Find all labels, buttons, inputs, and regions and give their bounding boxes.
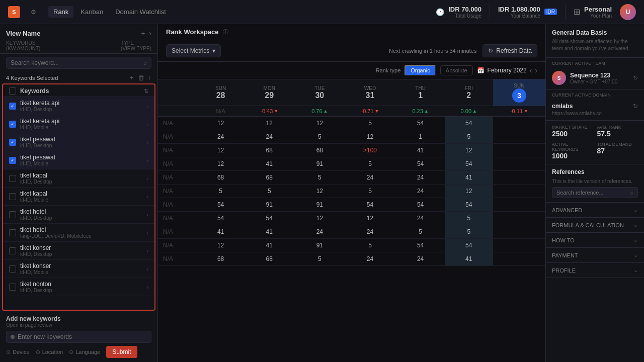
kw-row[interactable]: tiket hotel id-ID, Desktop › [3,206,154,224]
kw-info: tiket pesawat id-ID, Desktop [20,136,146,148]
kw-row[interactable]: tiket hotel lang-LOC, DevId-ID, MobileIe… [3,224,154,242]
rank-type-bar: Rank type Organic Absolute 📅 February 20… [158,62,545,79]
location-option[interactable]: ⊙ Location [36,349,63,355]
nav-rank[interactable]: Rank [48,6,73,18]
plan-sub: Your Plan [590,13,612,19]
kw-checkbox[interactable] [9,193,16,200]
date-nav: 📅 February 2022 ‹ › [477,66,537,74]
td-cell: 5 [396,225,445,239]
kw-chevron-icon: › [146,230,148,236]
td-cell: 24 [344,171,396,185]
kw-chevron-icon: › [146,139,148,145]
settings-icon[interactable]: ⚙ [28,7,38,17]
kw-checkbox[interactable] [9,103,16,110]
accordion-item[interactable]: HOW TO ⌄ [546,233,644,248]
kw-row[interactable]: tiket nonton id-ID, Desktop › [3,278,154,296]
user-avatar[interactable]: U [620,4,636,20]
refs-search-input[interactable] [556,190,630,196]
domain-block: cmlabs ↻ https://www.cmlabs.co [546,99,644,121]
kw-row[interactable]: tiket kapal id-ID, Desktop › [3,169,154,188]
language-option[interactable]: ⊙ Language [69,349,100,355]
td-na: N/A [158,252,198,266]
kw-row[interactable]: tiket pesawat id-ID, Mobile › [3,151,154,169]
nav-next-button[interactable]: › [149,29,151,37]
kw-chevron-icon: › [146,157,148,163]
refresh-icon: ↻ [488,47,493,54]
kw-row[interactable]: tiket konser id-ID, Mobile › [3,260,154,278]
kw-meta: id-ID, Desktop [20,179,146,185]
kw-row[interactable]: tiket konser id-ID, Desktop › [3,242,154,260]
kw-checkbox[interactable] [9,284,16,291]
th-day: TUE30 [295,79,344,106]
domain-url: https://www.cmlabs.co [552,111,638,116]
kw-checkbox[interactable] [9,157,16,164]
td-cell: 54 [396,239,445,252]
nav-domain-watchlist[interactable]: Domain Watchlist [110,6,171,18]
kw-row[interactable]: tiket pesawat id-ID, Desktop › [3,133,154,151]
add-selected-button[interactable]: + [130,74,134,81]
td-cell: 91 [295,198,344,212]
organic-button[interactable]: Organic [405,65,436,76]
add-view-button[interactable]: + [141,29,145,37]
kw-header-label: Keywords [20,87,144,95]
td-cell: 24 [396,252,445,266]
td-change: -0.11 ▼ [493,106,545,117]
td-na: N/A [158,171,198,185]
refs-search-icon: ⌕ [630,190,633,196]
kw-checkbox[interactable] [9,121,16,128]
td-cell: >100 [344,144,396,157]
td-change: 0.23 ▲ [396,106,445,117]
accordion-item[interactable]: ADVANCED ⌄ [546,203,644,218]
kw-row[interactable]: tiket kapal id-ID, Mobile › [3,188,154,206]
select-metrics-dropdown[interactable]: Select Metrics ▾ [166,44,221,57]
search-input[interactable] [11,59,143,66]
date-nav-label: February 2022 [488,67,527,74]
table-row: N/A126868>1004112 [158,144,545,157]
th-day: WED31 [344,79,396,106]
device-option[interactable]: ⊙ Device [6,349,30,355]
kw-name: tiket hotel [20,208,146,215]
date-prev-button[interactable]: ‹ [530,66,532,74]
kw-row[interactable]: tiket kereta api id-ID, Mobile › [3,115,154,133]
divider1 [490,5,490,19]
accordion-item[interactable]: PAYMENT ⌄ [546,248,644,263]
accordion-item[interactable]: FORMULA & CALCULATION ⌄ [546,218,644,233]
refresh-data-button[interactable]: ↻ Refresh Data [482,44,537,57]
table-row: N/A551252412 [158,185,545,198]
kw-checkbox[interactable] [9,265,16,273]
market-share-label: MARKET SHARE [552,125,593,130]
team-refresh-icon[interactable]: ↻ [633,74,638,81]
search-icon: ⌕ [143,59,147,66]
col-kw-header: KEYWORDS (Kw Amount) [6,40,121,51]
kw-row[interactable]: tiket kereta api id-ID, Desktop › [3,97,154,115]
accordion-item[interactable]: PROFILE ⌄ [546,263,644,278]
export-selected-button[interactable]: ↑ [148,74,152,81]
info-icon[interactable]: ⓘ [223,28,228,36]
absolute-button[interactable]: Absolute [440,65,473,75]
kw-checkbox[interactable] [9,247,16,254]
kw-checkbox[interactable] [9,229,16,236]
grid-icon: ⊞ [574,7,580,17]
kw-checkbox[interactable] [9,211,16,218]
td-change: N/A [198,106,243,117]
kw-chevron-icon: › [146,248,148,254]
submit-button[interactable]: Submit [106,346,137,358]
add-kw-sub: Open in page review [6,322,151,328]
date-next-button[interactable]: › [535,66,537,74]
td-cell: 54 [396,117,445,130]
delete-selected-button[interactable]: 🗑 [138,74,144,81]
td-cell: 5 [344,157,396,171]
domain-refresh-icon[interactable]: ↻ [633,103,638,110]
sort-icon[interactable]: ⇅ [144,88,148,95]
td-na: N/A [158,212,198,225]
kw-checkbox[interactable] [9,139,16,146]
kw-header-checkbox[interactable] [9,87,16,95]
add-kw-input[interactable] [18,333,147,340]
general-data-basis-section: General Data Basis All data shown are af… [546,24,644,58]
td-cell: 91 [295,157,344,171]
kw-name: tiket konser [20,262,146,269]
td-cell: 41 [396,144,445,157]
rank-workspace-title: Rank Workspace [166,28,219,36]
nav-kanban[interactable]: Kanban [75,6,108,18]
kw-checkbox[interactable] [9,175,16,182]
